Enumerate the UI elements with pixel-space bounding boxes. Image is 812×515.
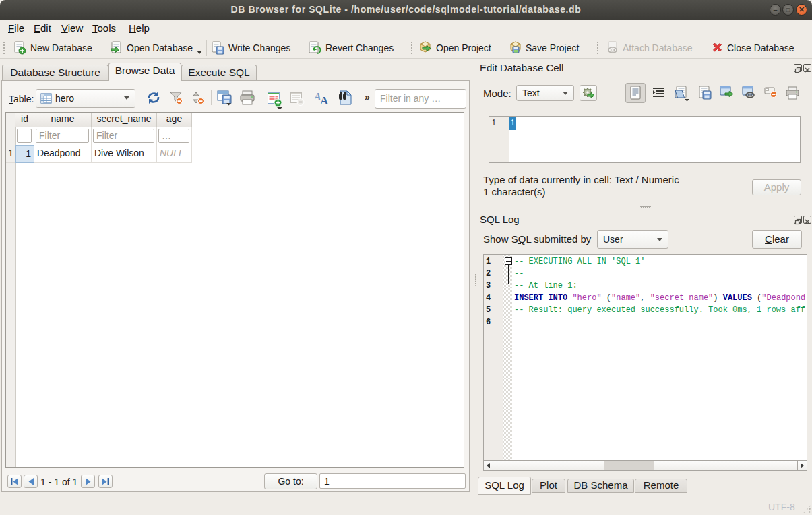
svg-text:A: A — [320, 94, 329, 106]
